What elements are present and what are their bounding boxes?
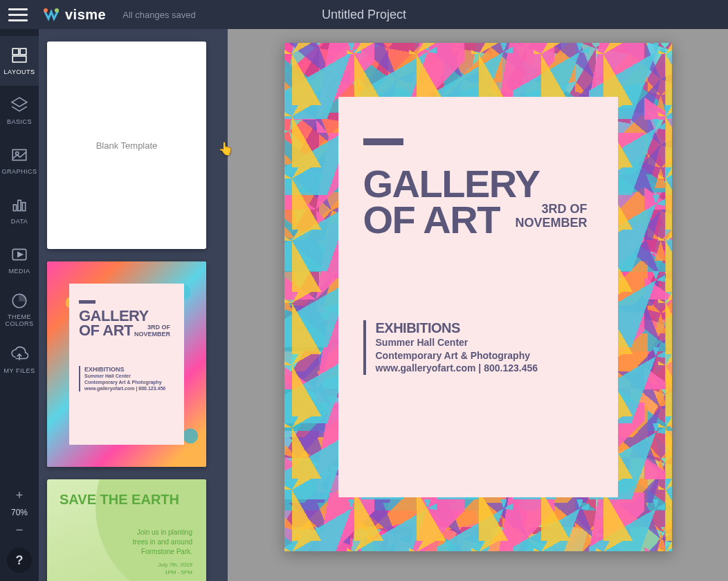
svg-rect-2 xyxy=(12,48,19,55)
rail-label: BASICS xyxy=(7,118,32,125)
rail-item-media[interactable]: MEDIA xyxy=(0,235,39,285)
left-rail: LAYOUTS BASICS GRAPHICS DATA MEDIA THEME… xyxy=(0,29,39,581)
svg-point-1 xyxy=(55,8,59,12)
top-bar: visme All changes saved Untitled Project xyxy=(0,0,728,29)
rail-label: LAYOUTS xyxy=(4,68,35,75)
logo-mark-icon xyxy=(42,8,61,21)
svg-rect-4 xyxy=(12,56,26,62)
rail-item-data[interactable]: DATA xyxy=(0,185,39,235)
rail-label: THEME COLORS xyxy=(0,314,39,328)
svg-rect-3 xyxy=(20,48,26,55)
save-status: All changes saved xyxy=(122,10,196,20)
logo-text: visme xyxy=(65,7,106,23)
rail-item-my-files[interactable]: MY FILES xyxy=(0,335,39,385)
layouts-icon xyxy=(10,46,28,64)
template-panel[interactable]: Blank Template GALLERY OF ART 3RD OF NOV… xyxy=(39,29,228,581)
rail-label: MEDIA xyxy=(8,268,30,275)
template-blank[interactable]: Blank Template xyxy=(47,42,206,249)
zoom-out-button[interactable]: − xyxy=(7,522,32,538)
earth-body-text: Join us in planting trees in and around … xyxy=(133,528,192,576)
zoom-in-button[interactable]: + xyxy=(7,487,32,504)
earth-title: SAVE THE EARTH xyxy=(60,492,194,508)
theme-colors-icon xyxy=(10,292,28,310)
svg-rect-8 xyxy=(18,201,21,211)
template-save-the-earth[interactable]: SAVE THE EARTH Join us in planting trees… xyxy=(47,479,206,581)
svg-rect-7 xyxy=(13,205,16,211)
hamburger-menu-icon[interactable] xyxy=(8,5,28,24)
project-title[interactable]: Untitled Project xyxy=(322,8,406,22)
basics-icon xyxy=(10,96,28,114)
svg-rect-9 xyxy=(22,203,25,211)
gallery-card: GALLERY OF ART 3RD OF NOVEMBER EXHIBITIO… xyxy=(69,284,184,445)
rail-item-theme-colors[interactable]: THEME COLORS xyxy=(0,285,39,335)
poster-accent-bar[interactable] xyxy=(363,138,403,145)
logo[interactable]: visme xyxy=(42,7,106,23)
gallery-exhibitions: EXHIBITIONS Summer Hall Center Contempor… xyxy=(79,366,174,391)
graphics-icon xyxy=(10,146,28,164)
accent-bar xyxy=(79,300,95,304)
help-button[interactable]: ? xyxy=(7,548,32,573)
rail-item-layouts[interactable]: LAYOUTS xyxy=(0,36,39,86)
my-files-icon xyxy=(10,345,28,363)
canvas-poster[interactable]: GALLERY OF ART 3RD OF NOVEMBER EXHIBITIO… xyxy=(284,43,672,551)
template-gallery-of-art[interactable]: GALLERY OF ART 3RD OF NOVEMBER EXHIBITIO… xyxy=(47,261,206,467)
rail-label: MY FILES xyxy=(4,367,35,374)
media-icon xyxy=(10,246,28,264)
zoom-level: 70% xyxy=(11,508,28,517)
rail-item-graphics[interactable]: GRAPHICS xyxy=(0,136,39,185)
template-blank-label: Blank Template xyxy=(96,140,158,151)
poster-card[interactable]: GALLERY OF ART 3RD OF NOVEMBER EXHIBITIO… xyxy=(338,97,618,497)
rail-label: GRAPHICS xyxy=(1,168,37,175)
rail-item-basics[interactable]: BASICS xyxy=(0,86,39,136)
svg-point-0 xyxy=(44,8,48,12)
rail-label: DATA xyxy=(11,218,28,225)
canvas-area[interactable]: GALLERY OF ART 3RD OF NOVEMBER EXHIBITIO… xyxy=(228,29,728,581)
data-icon xyxy=(10,196,28,214)
svg-rect-5 xyxy=(12,149,26,160)
poster-exhibitions[interactable]: EXHIBITIONS Summer Hall Center Contempor… xyxy=(363,320,593,376)
